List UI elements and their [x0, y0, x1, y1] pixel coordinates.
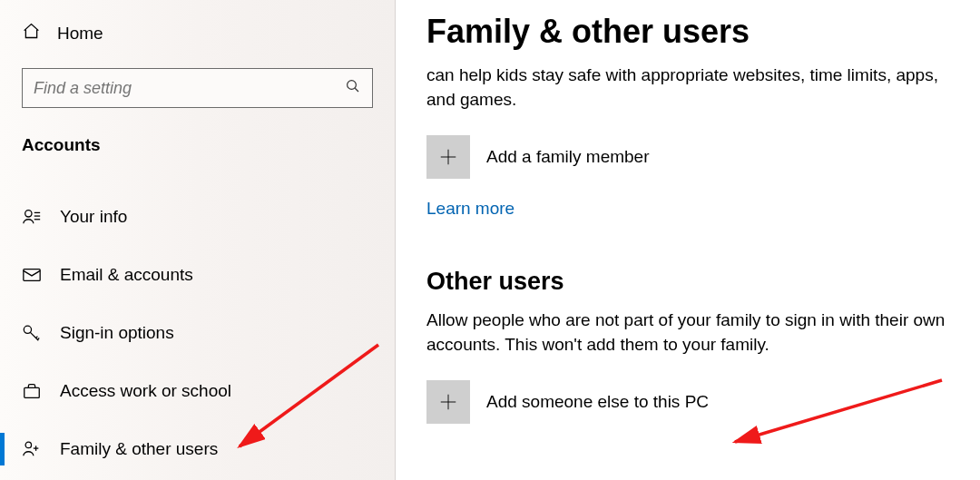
family-description: can help kids stay safe with appropriate… — [426, 64, 971, 112]
svg-point-2 — [25, 211, 32, 217]
svg-point-9 — [25, 442, 31, 447]
your-info-icon — [22, 207, 42, 227]
find-setting-search[interactable] — [22, 68, 373, 108]
home-nav[interactable]: Home — [0, 16, 395, 55]
sidebar-item-label: Email & accounts — [60, 265, 193, 285]
sidebar-item-signin-options[interactable]: Sign-in options — [0, 304, 395, 362]
home-label: Home — [57, 24, 103, 44]
sidebar-item-email-accounts[interactable]: Email & accounts — [0, 246, 395, 304]
sidebar-item-your-info[interactable]: Your info — [0, 188, 395, 246]
email-icon — [22, 265, 42, 285]
svg-rect-8 — [24, 387, 40, 397]
learn-more-link[interactable]: Learn more — [426, 199, 514, 219]
sidebar-item-family-other-users[interactable]: Family & other users — [0, 420, 395, 478]
svg-rect-6 — [24, 269, 40, 281]
svg-line-1 — [355, 88, 358, 92]
briefcase-icon — [22, 381, 42, 401]
settings-sidebar: Home Accounts Your info — [0, 0, 396, 480]
search-input[interactable] — [34, 79, 345, 98]
sidebar-item-label: Your info — [60, 207, 127, 227]
sidebar-nav-list: Your info Email & accounts Sign-in optio… — [0, 188, 395, 478]
plus-icon — [426, 135, 470, 179]
search-icon — [345, 78, 361, 98]
main-content: Family & other users can help kids stay … — [396, 0, 980, 480]
sidebar-item-work-school[interactable]: Access work or school — [0, 362, 395, 420]
other-users-description: Allow people who are not part of your fa… — [426, 309, 971, 357]
page-title: Family & other users — [426, 13, 980, 51]
home-icon — [22, 22, 41, 44]
svg-point-0 — [348, 81, 357, 90]
plus-icon — [426, 380, 470, 424]
key-icon — [22, 323, 42, 343]
add-family-member-button[interactable]: Add a family member — [426, 135, 980, 179]
add-family-label: Add a family member — [486, 147, 650, 167]
other-users-heading: Other users — [426, 268, 980, 296]
add-someone-else-button[interactable]: Add someone else to this PC — [426, 380, 980, 424]
add-someone-label: Add someone else to this PC — [486, 392, 709, 412]
sidebar-item-label: Sign-in options — [60, 323, 174, 343]
sidebar-section-accounts: Accounts — [0, 126, 395, 162]
family-icon — [22, 439, 42, 459]
sidebar-item-label: Family & other users — [60, 439, 218, 459]
sidebar-item-label: Access work or school — [60, 381, 231, 401]
